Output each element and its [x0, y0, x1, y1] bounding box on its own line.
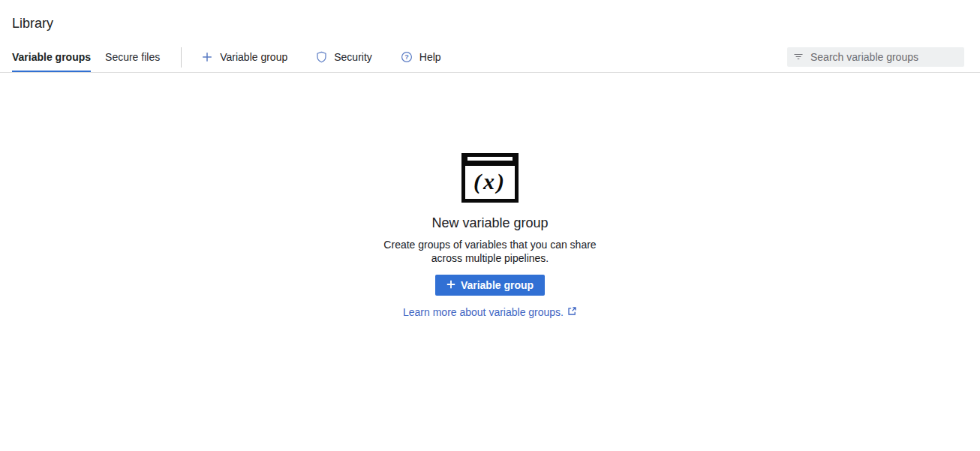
tab-label: Variable groups [12, 51, 91, 63]
tab-command-bar: Variable groups Secure files Variable gr… [0, 42, 980, 73]
command-label: Help [419, 51, 441, 63]
help-icon: ? [401, 51, 413, 63]
variable-group-icon-body: (x) [465, 166, 515, 199]
description-line: Create groups of variables that you can … [383, 239, 596, 252]
link-label: Learn more about variable groups. [403, 306, 564, 318]
search-box[interactable] [787, 47, 964, 67]
command-new-variable-group[interactable]: Variable group [201, 51, 287, 63]
command-label: Variable group [220, 51, 287, 63]
search-input[interactable] [810, 51, 958, 63]
button-label: Variable group [461, 279, 534, 291]
variable-group-icon-glyph: (x) [473, 170, 507, 195]
variable-group-icon: (x) [461, 153, 519, 203]
command-security[interactable]: Security [316, 51, 372, 63]
plus-icon [201, 51, 213, 63]
description-line: across multiple pipelines. [383, 252, 596, 266]
variable-group-icon-titlebar [465, 157, 515, 166]
command-label: Security [334, 51, 372, 63]
plus-icon [446, 279, 455, 291]
library-page: Library Variable groups Secure files Var… [0, 0, 980, 318]
tab-variable-groups[interactable]: Variable groups [12, 42, 91, 72]
svg-text:?: ? [404, 53, 409, 61]
filter-icon [793, 50, 804, 64]
page-title: Library [0, 0, 980, 32]
shield-icon [316, 51, 327, 63]
zero-data-title: New variable group [431, 215, 548, 231]
zero-data-description: Create groups of variables that you can … [383, 239, 596, 265]
learn-more-link[interactable]: Learn more about variable groups. [403, 306, 577, 318]
tab-secure-files[interactable]: Secure files [105, 42, 160, 72]
external-link-icon [567, 306, 577, 318]
zero-data-panel: (x) New variable group Create groups of … [0, 153, 980, 318]
tab-list: Variable groups Secure files [12, 42, 160, 72]
command-help[interactable]: ? Help [401, 51, 441, 63]
variable-group-button[interactable]: Variable group [435, 275, 545, 296]
toolbar-divider [181, 47, 182, 68]
tab-label: Secure files [105, 51, 160, 63]
